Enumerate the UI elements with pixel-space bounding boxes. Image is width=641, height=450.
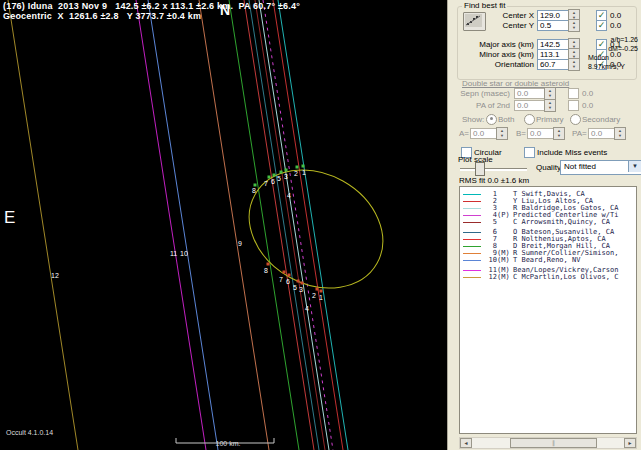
occultation-plot-area[interactable]: 87653214876532141211109100 km. (176) Idu…: [0, 0, 447, 450]
chord-line-12: [8, 0, 78, 450]
fit-control-panel: Find best fit Center X129.00.0Center Y0.…: [447, 0, 641, 450]
include-miss-label: Include Miss events: [537, 148, 607, 157]
pa2-input[interactable]: 0.0: [514, 100, 546, 111]
show-label: Show:: [462, 115, 484, 124]
chord-color-swatch: [463, 222, 481, 223]
chord-line-5: [255, 0, 325, 450]
chord-number-label: 4: [305, 305, 309, 312]
chord-number-label: 8: [252, 187, 256, 194]
chord-entry-marker: [285, 169, 288, 172]
chord-color-swatch: [463, 270, 481, 271]
east-direction-label: E: [4, 208, 15, 228]
chord-number-label: 7: [264, 180, 268, 187]
chord-number-label: 9: [238, 240, 242, 247]
observer-number: 10: [484, 257, 497, 264]
b-input[interactable]: 0.0: [527, 128, 555, 139]
a-input[interactable]: 0.0: [470, 128, 498, 139]
chord-number-label: 3: [284, 173, 288, 180]
chord-exit-marker: [316, 288, 319, 291]
pa2-spinner[interactable]: [544, 99, 556, 112]
chord-color-swatch: [463, 215, 481, 216]
chord-number-label: 10: [180, 250, 188, 257]
chord-line-7: [244, 0, 314, 450]
plot-title-line2: Geocentric X 1261.6 ±2.8 Y 3773.7 ±0.4 k…: [3, 11, 201, 21]
observer-row[interactable]: 12(M)C McPartlin,Los Olivos, C: [460, 274, 636, 281]
observer-flag: (M): [497, 274, 511, 281]
radio-primary-label: Primary: [536, 115, 564, 124]
north-direction-label: N: [220, 2, 230, 18]
observer-row[interactable]: 5C Arrowsmith,Quincy, CA: [460, 219, 636, 226]
chord-color-swatch: [463, 253, 481, 254]
app-version-label: Occult 4.1.0.14: [6, 429, 53, 436]
chord-number-label: 2: [294, 170, 298, 177]
fit-row-checkbox[interactable]: [596, 20, 607, 31]
axis-ratio-value: a/b=1.26: [588, 35, 638, 44]
observer-row[interactable]: 10(M)T Beard,Reno, NV: [460, 257, 636, 264]
radio-primary[interactable]: [524, 114, 535, 125]
fit-row-spinner[interactable]: [568, 58, 580, 71]
pa-input[interactable]: 0.0: [588, 128, 616, 139]
chord-number-label: 8: [264, 267, 268, 274]
chord-exit-marker: [320, 290, 323, 293]
scroll-left-arrow-icon[interactable]: ◄: [460, 438, 472, 448]
plot-scale-slider-thumb[interactable]: [475, 162, 485, 176]
radio-both[interactable]: [486, 114, 497, 125]
chord-exit-marker: [297, 280, 300, 283]
rms-fit-label: RMS fit 0.0 ±1.6 km: [459, 176, 529, 185]
fit-row-label: Minor axis (km): [456, 50, 534, 59]
observer-number: 12: [484, 274, 497, 281]
chord-number-label: 7: [279, 276, 283, 283]
chord-color-swatch: [463, 239, 481, 240]
b-spinner[interactable]: [553, 127, 565, 140]
chord-line-10: [148, 0, 218, 450]
chord-number-label: 11: [170, 250, 177, 257]
fit-row-input[interactable]: 60.7: [537, 59, 570, 70]
pa-spinner[interactable]: [614, 127, 626, 140]
fit-row-input[interactable]: 0.5: [537, 20, 570, 31]
chord-color-swatch: [463, 260, 481, 261]
fit-row-spinner[interactable]: [568, 19, 580, 32]
chord-line-9: [199, 0, 269, 450]
chord-color-swatch: [463, 277, 481, 278]
sepn-input[interactable]: 0.0: [514, 88, 546, 99]
chord-number-label: 6: [286, 278, 290, 285]
fit-row-label: Major axis (km): [456, 40, 534, 49]
observer-flag: (P): [497, 212, 511, 219]
magnitude-drop-value: dM=-0.25: [588, 44, 638, 53]
chord-number-label: 5: [277, 175, 281, 182]
chord-color-swatch: [463, 201, 481, 202]
chord-color-swatch: [463, 232, 481, 233]
plot-scale-slider-track[interactable]: [460, 168, 527, 171]
fit-row-rms-value: 0.0: [610, 11, 621, 20]
chevron-down-icon[interactable]: ▼: [628, 161, 641, 172]
include-miss-checkbox[interactable]: [524, 147, 535, 158]
quality-label: Quality: [536, 163, 561, 172]
motion-value: 8.97km/s, Y: [588, 62, 638, 71]
a-spinner[interactable]: [496, 127, 508, 140]
radio-secondary[interactable]: [570, 114, 581, 125]
observer-flag: (M): [497, 257, 511, 264]
chord-exit-marker: [267, 263, 270, 266]
motion-label: Motion: [588, 53, 638, 62]
chord-line-3: [259, 0, 329, 450]
chord-number-label: 1: [302, 169, 306, 176]
chord-number-label: 3: [299, 286, 303, 293]
fit-row-label: Center X: [456, 11, 534, 20]
pa2-checkbox[interactable]: [568, 100, 579, 111]
chord-line-11: [136, 0, 206, 450]
scrollbar-thumb[interactable]: ║: [510, 438, 597, 448]
sepn-checkbox[interactable]: [568, 88, 579, 99]
b-label: B=: [516, 129, 526, 138]
chord-color-swatch: [463, 208, 481, 209]
fit-row-label: Orientation: [456, 60, 534, 69]
observer-list[interactable]: 1T Swift,Davis, CA2Y Liu,Los Altos, CA3R…: [459, 186, 637, 434]
chord-number-label: 6: [271, 178, 275, 185]
chord-number-label: 12: [51, 272, 59, 279]
sepn-rms: 0.0: [582, 89, 593, 98]
quality-value: Not fitted: [564, 162, 596, 171]
scroll-right-arrow-icon[interactable]: ►: [624, 438, 636, 448]
radio-secondary-label: Secondary: [582, 115, 620, 124]
quality-dropdown[interactable]: Not fitted ▼: [560, 160, 641, 175]
list-horizontal-scrollbar[interactable]: ◄ ║ ►: [459, 437, 637, 449]
pa-label: PA=: [572, 129, 587, 138]
